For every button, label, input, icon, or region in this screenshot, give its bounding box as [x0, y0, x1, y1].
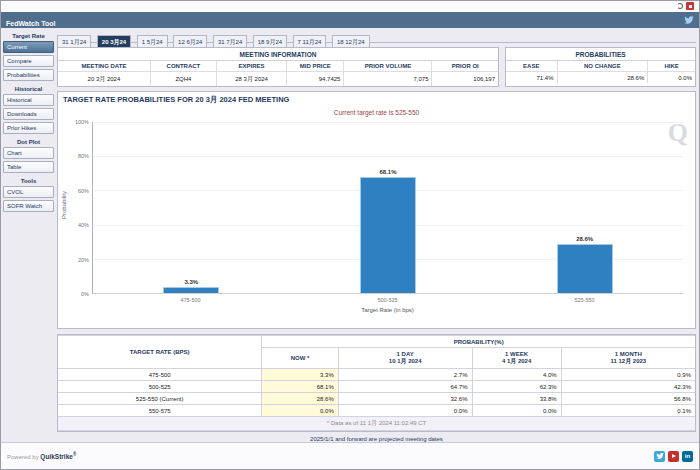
- chart-subtitle: Current target rate is 525-550: [58, 109, 695, 116]
- sidebar-item-prior-hikes[interactable]: Prior Hikes: [3, 122, 54, 134]
- sidebar: Target Rate Current Compare Probabilitie…: [1, 30, 56, 442]
- main-area: Target Rate Current Compare Probabilitie…: [1, 28, 699, 442]
- x-tick: 475-500: [92, 297, 289, 303]
- bar[interactable]: [557, 244, 613, 293]
- rate-cell: 525-550 (Current): [58, 393, 262, 405]
- chart-title: TARGET RATE PROBABILITIES FOR 20 3月 2024…: [63, 95, 289, 105]
- no-change-value: 28.6%: [557, 72, 648, 84]
- col-header-ease: EASE: [506, 61, 557, 72]
- col-header-contract: CONTRACT: [150, 61, 216, 72]
- contract-value: ZQH4: [150, 72, 216, 87]
- app-header-bar: FedWatch Tool: [1, 12, 699, 28]
- col-header-1month: 1 MONTH11 12月 2023: [561, 348, 695, 369]
- probability-group-header: PROBABILITY(%): [262, 336, 695, 348]
- youtube-social-icon[interactable]: [668, 451, 679, 462]
- powered-by: Powered by QuikStrike®: [7, 452, 76, 460]
- sidebar-item-downloads[interactable]: Downloads: [3, 108, 54, 120]
- col-header-expires: EXPIRES: [216, 61, 286, 72]
- sidebar-item-probabilities[interactable]: Probabilities: [3, 69, 54, 81]
- plot-area: 3.3% 68.1% 28.6%: [92, 122, 683, 294]
- y-tick: 40%: [67, 222, 89, 228]
- linkedin-social-icon[interactable]: in: [682, 451, 693, 462]
- col-header-no-change: NO CHANGE: [557, 61, 648, 72]
- powered-by-text: Powered by: [7, 454, 39, 460]
- bar[interactable]: [360, 177, 416, 293]
- col-header-meeting-date: MEETING DATE: [58, 61, 150, 72]
- sidebar-item-compare[interactable]: Compare: [3, 55, 54, 67]
- sidebar-header-dot-plot: Dot Plot: [1, 136, 56, 147]
- month-cell: 0.1%: [561, 405, 695, 417]
- bar-value-label: 68.1%: [380, 169, 397, 175]
- refresh-icon[interactable]: [677, 3, 683, 9]
- x-axis-ticks: 475-500 500-525 525-550: [92, 297, 683, 303]
- footer-bar: Powered by QuikStrike® in: [1, 442, 699, 469]
- expires-value: 28 3月 2024: [216, 72, 286, 87]
- table-row: 475-500 3.3% 2.7% 4.0% 0.9%: [58, 369, 695, 381]
- sidebar-item-table[interactable]: Table: [3, 161, 54, 173]
- now-cell: 28.6%: [262, 393, 338, 405]
- rate-column-header: TARGET RATE (BPS): [58, 336, 262, 369]
- twitter-icon[interactable]: [684, 15, 694, 25]
- sidebar-item-sofr-watch[interactable]: SOFR Watch: [3, 200, 54, 212]
- day-cell: 0.0%: [338, 405, 472, 417]
- ease-value: 71.4%: [506, 72, 557, 84]
- bar-value-label: 28.6%: [576, 236, 593, 242]
- col-header-prior-oi: PRIOR OI: [432, 61, 498, 72]
- meeting-information-title: MEETING INFORMATION: [58, 48, 498, 61]
- table-row: 550-575 0.0% 0.0% 0.0% 0.1%: [58, 405, 695, 417]
- hike-value: 0.0%: [648, 72, 695, 84]
- content-area: 31 1月24 20 3月24 1 5月24 12 6月24 31 7月24 1…: [57, 30, 696, 442]
- day-cell: 2.7%: [338, 369, 472, 381]
- mid-price-value: 94.7425: [287, 72, 344, 87]
- y-tick: 80%: [67, 153, 89, 159]
- fedwatch-tool-window: FedWatch Tool Target Rate Current Compar…: [0, 0, 700, 470]
- bar-value-label: 3.3%: [184, 279, 198, 285]
- y-tick: 60%: [67, 188, 89, 194]
- data-as-of-footnote: * Data as of 11 1月 2024 11:02:49 CT: [58, 417, 695, 431]
- x-axis-label: Target Rate (in bps): [92, 307, 683, 313]
- col-header-hike: HIKE: [648, 61, 695, 72]
- bar-475-500[interactable]: 3.3%: [93, 122, 290, 293]
- col-header-mid-price: MID PRICE: [287, 61, 344, 72]
- now-cell: 3.3%: [262, 369, 338, 381]
- col-header-now: NOW *: [262, 348, 338, 369]
- week-cell: 0.0%: [472, 405, 561, 417]
- month-cell: 42.3%: [561, 381, 695, 393]
- probability-history-table: TARGET RATE (BPS) PROBABILITY(%) NOW * 1…: [57, 334, 696, 432]
- meeting-information-panel: MEETING INFORMATION MEETING DATE CONTRAC…: [57, 47, 499, 87]
- sidebar-header-tools: Tools: [1, 175, 56, 186]
- day-cell: 64.7%: [338, 381, 472, 393]
- sidebar-item-cvol[interactable]: CVOL: [3, 186, 54, 198]
- twitter-social-icon[interactable]: [654, 451, 665, 462]
- sidebar-item-historical[interactable]: Historical: [3, 94, 54, 106]
- y-axis-ticks: 100% 80% 60% 40% 20% 0%: [67, 119, 89, 297]
- probabilities-summary-panel: PROBABILITIES EASE NO CHANGE HIKE 71.4% …: [505, 47, 696, 87]
- pdf-icon[interactable]: [686, 2, 694, 10]
- quikstrike-brand-link[interactable]: QuikStrike®: [40, 453, 76, 460]
- bar-500-525[interactable]: 68.1%: [290, 122, 487, 293]
- week-cell: 4.0%: [472, 369, 561, 381]
- y-tick: 0%: [67, 291, 89, 297]
- meeting-date-value: 20 3月 2024: [58, 72, 150, 87]
- now-cell: 68.1%: [262, 381, 338, 393]
- sidebar-item-chart[interactable]: Chart: [3, 147, 54, 159]
- rate-cell: 475-500: [58, 369, 262, 381]
- col-header-prior-volume: PRIOR VOLUME: [344, 61, 432, 72]
- table-row: 500-525 68.1% 64.7% 62.3% 42.3%: [58, 381, 695, 393]
- bar-525-550[interactable]: 28.6%: [486, 122, 683, 293]
- week-cell: 33.8%: [472, 393, 561, 405]
- table-row: 525-550 (Current) 28.6% 32.6% 33.8% 56.8…: [58, 393, 695, 405]
- bar[interactable]: [163, 287, 219, 293]
- meeting-date-tabs: 31 1月24 20 3月24 1 5月24 12 6月24 31 7月24 1…: [57, 30, 696, 43]
- x-tick: 525-550: [486, 297, 683, 303]
- rate-cell: 500-525: [58, 381, 262, 393]
- sidebar-item-current[interactable]: Current: [3, 41, 54, 53]
- y-tick: 100%: [67, 119, 89, 125]
- prior-volume-value: 7,075: [344, 72, 432, 87]
- rate-cell: 550-575: [58, 405, 262, 417]
- social-icons: in: [654, 451, 693, 462]
- col-header-1day: 1 DAY10 1月 2024: [338, 348, 472, 369]
- col-header-1week: 1 WEEK4 1月 2024: [472, 348, 561, 369]
- now-cell: 0.0%: [262, 405, 338, 417]
- month-cell: 0.9%: [561, 369, 695, 381]
